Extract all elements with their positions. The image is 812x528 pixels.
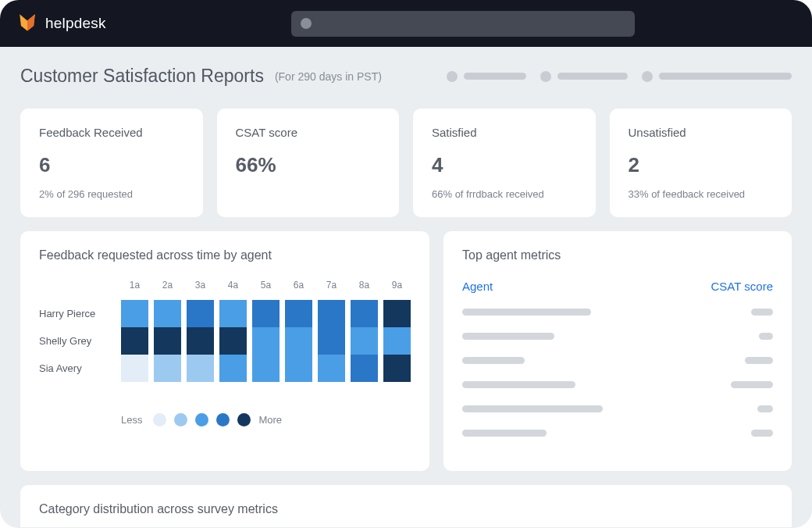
filter-item[interactable] — [447, 71, 526, 82]
top-agents-body — [462, 309, 773, 437]
search-input[interactable] — [291, 11, 635, 37]
page-title: Customer Satisfaction Reports — [20, 66, 264, 87]
filter-item[interactable] — [540, 71, 628, 82]
heatmap-cell — [252, 327, 280, 355]
filter-item[interactable] — [642, 71, 792, 82]
page-header: Customer Satisfaction Reports (For 290 d… — [20, 66, 792, 87]
heatmap-cell — [285, 327, 312, 355]
legend-dot — [216, 413, 230, 426]
top-agent-row — [462, 381, 773, 388]
heatmap-cell — [154, 327, 181, 355]
heatmap-cell — [187, 355, 214, 382]
agent-score-placeholder — [751, 309, 773, 316]
agent-score-placeholder — [731, 381, 773, 388]
heatmap-row: Shelly Grey — [39, 327, 411, 355]
fox-logo-icon — [17, 12, 37, 35]
heatmap-cell — [351, 300, 378, 327]
panel-title: Feedback requested across time by agent — [39, 248, 411, 262]
legend-less: Less — [121, 414, 142, 426]
agent-name-placeholder — [462, 381, 575, 388]
legend-dot — [237, 413, 251, 426]
heatmap-cell — [383, 300, 411, 327]
heatmap-cell — [219, 355, 247, 382]
agent-name-placeholder — [462, 309, 591, 316]
heatmap-legend: Less More — [121, 413, 411, 426]
agent-score-placeholder — [751, 430, 773, 437]
heatmap-cell — [219, 327, 247, 355]
kpi-title: CSAT score — [236, 126, 381, 139]
legend-dot — [195, 413, 208, 426]
kpi-sub: 2% of 296 requested — [39, 188, 184, 200]
kpi-card-feedback-received: Feedback Received 6 2% of 296 requested — [20, 109, 203, 217]
column-agent[interactable]: Agent — [462, 280, 493, 293]
heatmap-row: Sia Avery — [39, 355, 411, 382]
agent-score-placeholder — [745, 357, 773, 364]
agent-score-placeholder — [759, 333, 773, 340]
agent-name-placeholder — [462, 405, 603, 412]
header-filters-placeholder — [447, 71, 792, 82]
brand-name: helpdesk — [45, 15, 106, 32]
heatmap-cell — [154, 355, 181, 382]
heatmap-cell — [121, 355, 148, 382]
heatmap-cell — [219, 300, 247, 327]
brand[interactable]: helpdesk — [17, 12, 106, 35]
kpi-sub: 66% of frrdback received — [432, 188, 577, 200]
kpi-card-unsatisfied: Unsatisfied 2 33% of feedback received — [610, 109, 792, 217]
panel-title: Category distribution across survey metr… — [39, 502, 773, 516]
heatmap-cell — [285, 355, 312, 382]
heatmap-card: Feedback requested across time by agent … — [20, 231, 429, 471]
app-shell: helpdesk Customer Satisfaction Reports (… — [0, 0, 812, 528]
kpi-title: Satisfied — [432, 126, 577, 139]
placeholder-bar — [659, 73, 792, 80]
kpi-card-csat-score: CSAT score 66% — [217, 109, 400, 217]
agent-name-placeholder — [462, 357, 525, 364]
panels-row: Feedback requested across time by agent … — [20, 231, 792, 471]
legend-dot — [153, 413, 166, 426]
category-distribution-card: Category distribution across survey metr… — [20, 485, 792, 527]
heatmap-cell — [383, 355, 411, 382]
kpi-value: 66% — [236, 153, 381, 177]
top-agent-row — [462, 309, 773, 316]
heatmap-cell — [154, 300, 181, 327]
kpi-row: Feedback Received 6 2% of 296 requested … — [20, 109, 792, 217]
placeholder-bar — [557, 73, 628, 80]
kpi-value: 6 — [39, 153, 184, 177]
heatmap-row: Harry Pierce — [39, 300, 411, 327]
heatmap-col-label: 1a — [121, 280, 148, 291]
top-agent-row — [462, 333, 773, 340]
heatmap-col-label: 5a — [252, 280, 280, 291]
heatmap-agent-label: Sia Avery — [39, 362, 116, 374]
heatmap-col-label: 4a — [219, 280, 247, 291]
kpi-value: 2 — [629, 153, 774, 177]
page-content: Customer Satisfaction Reports (For 290 d… — [0, 47, 812, 528]
kpi-value: 4 — [432, 153, 577, 177]
top-agent-row — [462, 405, 773, 412]
heatmap-cell — [318, 355, 345, 382]
heatmap-col-label: 8a — [351, 280, 378, 291]
legend-dot — [174, 413, 187, 426]
heatmap-col-label: 7a — [318, 280, 345, 291]
heatmap-cell — [121, 327, 148, 355]
placeholder-dot — [642, 71, 653, 82]
heatmap-cell — [318, 327, 345, 355]
heatmap-col-label: 6a — [285, 280, 312, 291]
top-agent-row — [462, 430, 773, 437]
heatmap-cell — [187, 300, 214, 327]
page-subtitle: (For 290 days in PST) — [275, 70, 382, 83]
heatmap-col-label: 9a — [383, 280, 411, 291]
heatmap-header: 1a2a3a4a5a6a7a8a9a — [121, 280, 411, 291]
agent-name-placeholder — [462, 333, 554, 340]
column-csat-score[interactable]: CSAT score — [711, 280, 773, 293]
kpi-sub: 33% of feedback received — [629, 188, 774, 200]
heatmap-cell — [351, 355, 378, 382]
kpi-card-satisfied: Satisfied 4 66% of frrdback received — [413, 109, 596, 217]
heatmap-cell — [187, 327, 214, 355]
heatmap-cell — [318, 300, 345, 327]
heatmap-cell — [252, 355, 280, 382]
agent-name-placeholder — [462, 430, 547, 437]
top-agents-card: Top agent metrics Agent CSAT score — [443, 231, 792, 471]
heatmap-agent-label: Shelly Grey — [39, 335, 116, 347]
heatmap-agent-label: Harry Pierce — [39, 308, 116, 319]
search-icon — [301, 18, 312, 29]
kpi-title: Unsatisfied — [629, 126, 774, 139]
